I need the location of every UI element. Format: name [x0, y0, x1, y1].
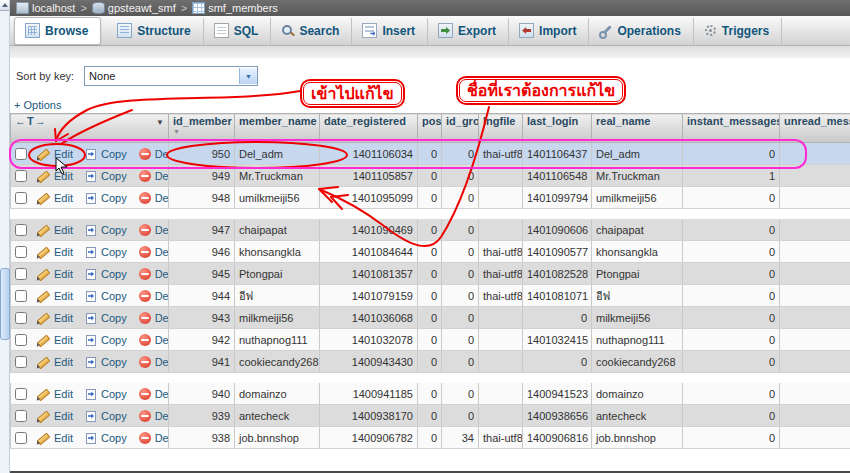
copy-link[interactable]: Copy [101, 388, 127, 400]
delete-icon[interactable] [139, 224, 151, 236]
breadcrumb-item-gpsteawt_smf[interactable]: gpsteawt_smf [92, 2, 176, 14]
delete-link[interactable]: Delete [155, 268, 169, 280]
tab-operations[interactable]: Operations [589, 18, 693, 44]
tab-search[interactable]: Search [271, 18, 352, 44]
edit-link[interactable]: Edit [54, 268, 73, 280]
edit-link[interactable]: Edit [54, 410, 73, 422]
edit-pencil-icon[interactable] [37, 169, 50, 182]
tab-export[interactable]: Export [428, 18, 509, 44]
options-toggle-link[interactable]: + Options [14, 99, 61, 111]
copy-link[interactable]: Copy [101, 246, 127, 258]
delete-icon[interactable] [139, 170, 151, 182]
column-header-last_login[interactable]: last_login [523, 114, 592, 143]
edit-pencil-icon[interactable] [37, 431, 50, 444]
edit-pencil-icon[interactable] [37, 333, 50, 346]
breadcrumb-item-smf_members[interactable]: smf_members [192, 2, 278, 14]
copy-link[interactable]: Copy [101, 148, 127, 160]
delete-link[interactable]: Delete [155, 148, 169, 160]
delete-link[interactable]: Delete [155, 192, 169, 204]
edit-link[interactable]: Edit [54, 192, 73, 204]
delete-link[interactable]: Delete [155, 334, 169, 346]
edit-pencil-icon[interactable] [37, 245, 50, 258]
delete-link[interactable]: Delete [155, 246, 169, 258]
edit-pencil-icon[interactable] [37, 387, 50, 400]
delete-link[interactable]: Delete [155, 224, 169, 236]
column-header-real_name[interactable]: real_name [592, 114, 683, 143]
tab-import[interactable]: Import [509, 18, 589, 44]
column-header-id_member[interactable]: id_member▼ [169, 114, 235, 143]
delete-icon[interactable] [139, 432, 151, 444]
copy-icon[interactable] [85, 246, 97, 258]
delete-icon[interactable] [139, 268, 151, 280]
copy-link[interactable]: Copy [101, 432, 127, 444]
edit-link[interactable]: Edit [54, 170, 73, 182]
copy-link[interactable]: Copy [101, 312, 127, 324]
row-checkbox[interactable] [15, 170, 27, 182]
row-checkbox[interactable] [15, 312, 27, 324]
column-header-lngfile[interactable]: lngfile [479, 114, 523, 143]
copy-icon[interactable] [85, 192, 97, 204]
scroll-up-arrow-icon[interactable] [0, 0, 9, 11]
edit-pencil-icon[interactable] [37, 223, 50, 236]
row-options-arrow-icon[interactable]: ▼ [156, 118, 164, 127]
delete-link[interactable]: Delete [155, 312, 169, 324]
edit-pencil-icon[interactable] [37, 191, 50, 204]
row-checkbox[interactable] [15, 246, 27, 258]
edit-pencil-icon[interactable] [37, 409, 50, 422]
edit-link[interactable]: Edit [54, 356, 73, 368]
column-header-posts[interactable]: posts [418, 114, 442, 143]
edit-pencil-icon[interactable] [37, 147, 50, 160]
edit-link[interactable]: Edit [54, 224, 73, 236]
delete-icon[interactable] [139, 148, 151, 160]
edit-pencil-icon[interactable] [37, 267, 50, 280]
edit-pencil-icon[interactable] [37, 289, 50, 302]
column-header-member_name[interactable]: member_name [235, 114, 320, 143]
row-checkbox[interactable] [15, 192, 27, 204]
tab-structure[interactable]: Structure [107, 18, 203, 44]
delete-link[interactable]: Delete [155, 170, 169, 182]
copy-icon[interactable] [85, 312, 97, 324]
row-checkbox[interactable] [15, 432, 27, 444]
copy-icon[interactable] [85, 224, 97, 236]
delete-icon[interactable] [139, 246, 151, 258]
scrollbar-thumb[interactable] [0, 268, 10, 340]
copy-icon[interactable] [85, 410, 97, 422]
copy-icon[interactable] [85, 356, 97, 368]
edit-link[interactable]: Edit [54, 246, 73, 258]
copy-icon[interactable] [85, 432, 97, 444]
column-header-date_registered[interactable]: date_registered [320, 114, 418, 143]
delete-link[interactable]: Delete [155, 388, 169, 400]
vertical-scrollbar[interactable] [0, 0, 10, 473]
breadcrumb-item-localhost[interactable]: localhost [16, 2, 75, 14]
row-checkbox[interactable] [15, 334, 27, 346]
edit-link[interactable]: Edit [54, 148, 73, 160]
column-reorder-control[interactable]: ←T→ [15, 115, 47, 127]
sort-by-key-select[interactable]: None [84, 66, 258, 86]
row-checkbox[interactable] [15, 290, 27, 302]
edit-pencil-icon[interactable] [37, 355, 50, 368]
edit-pencil-icon[interactable] [37, 311, 50, 324]
delete-icon[interactable] [139, 334, 151, 346]
column-reorder-header[interactable]: ←T→ ▼ [11, 114, 169, 143]
delete-icon[interactable] [139, 410, 151, 422]
delete-link[interactable]: Delete [155, 432, 169, 444]
tab-insert[interactable]: Insert [352, 18, 428, 44]
dropdown-arrow-icon[interactable] [239, 68, 257, 84]
delete-icon[interactable] [139, 192, 151, 204]
edit-link[interactable]: Edit [54, 290, 73, 302]
copy-link[interactable]: Copy [101, 410, 127, 422]
tab-browse[interactable]: Browse [14, 17, 101, 45]
copy-link[interactable]: Copy [101, 334, 127, 346]
row-checkbox[interactable] [15, 356, 27, 368]
delete-icon[interactable] [139, 312, 151, 324]
copy-link[interactable]: Copy [101, 356, 127, 368]
copy-link[interactable]: Copy [101, 192, 127, 204]
edit-link[interactable]: Edit [54, 432, 73, 444]
delete-icon[interactable] [139, 290, 151, 302]
edit-link[interactable]: Edit [54, 312, 73, 324]
copy-icon[interactable] [85, 388, 97, 400]
copy-icon[interactable] [85, 334, 97, 346]
edit-link[interactable]: Edit [54, 334, 73, 346]
copy-icon[interactable] [85, 148, 97, 160]
delete-link[interactable]: Delete [155, 290, 169, 302]
